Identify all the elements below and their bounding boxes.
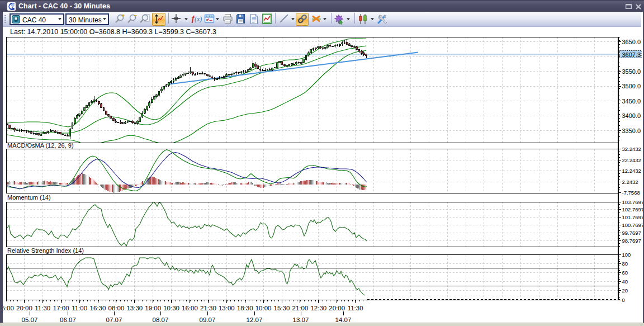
svg-text:06.07: 06.07 <box>60 316 76 323</box>
svg-text:13:00: 13:00 <box>219 305 235 311</box>
svg-text:19:00: 19:00 <box>145 305 161 311</box>
svg-text:40: 40 <box>622 278 628 285</box>
svg-text:09.07: 09.07 <box>200 316 216 323</box>
svg-text:20: 20 <box>622 287 628 294</box>
svg-text:08.07: 08.07 <box>153 316 169 323</box>
svg-text:3450.0: 3450.0 <box>622 98 641 105</box>
svg-text:08:00: 08:00 <box>108 305 125 311</box>
svg-text:17:00: 17:00 <box>53 305 69 311</box>
svg-text:0: 0 <box>622 297 625 303</box>
svg-text:20:00: 20:00 <box>16 305 32 311</box>
svg-text:10:30: 10:30 <box>163 305 179 311</box>
svg-text:3400.0: 3400.0 <box>622 112 641 119</box>
svg-text:-7.7568: -7.7568 <box>622 190 640 196</box>
svg-text:3350.0: 3350.0 <box>622 127 641 134</box>
svg-text:3550.0: 3550.0 <box>622 68 641 75</box>
svg-text:103.7697: 103.7697 <box>622 199 644 205</box>
svg-text:2.2432: 2.2432 <box>622 179 638 185</box>
svg-text:18:30: 18:30 <box>237 305 253 311</box>
svg-text:15:30: 15:30 <box>274 305 290 311</box>
svg-text:MACD/OsMA (12, 26, 9): MACD/OsMA (12, 26, 9) <box>7 142 74 149</box>
svg-text:21:00: 21:00 <box>292 305 309 311</box>
svg-text:11:30: 11:30 <box>348 305 363 311</box>
svg-text:11:00: 11:00 <box>72 305 87 311</box>
svg-text:Relative Strength Index (14): Relative Strength Index (14) <box>7 247 84 254</box>
svg-text:3500.0: 3500.0 <box>622 83 641 89</box>
svg-text:13.07: 13.07 <box>293 316 309 323</box>
svg-text:60: 60 <box>622 270 628 276</box>
svg-text:3607.3: 3607.3 <box>622 51 641 58</box>
svg-text:99.7697: 99.7697 <box>622 230 641 236</box>
svg-text:16:30: 16:30 <box>90 305 106 311</box>
svg-text:05.07: 05.07 <box>22 316 38 323</box>
svg-text:80: 80 <box>622 261 628 267</box>
svg-text:102.7697: 102.7697 <box>622 206 644 212</box>
svg-text:12:30: 12:30 <box>310 305 326 311</box>
svg-text:98.7697: 98.7697 <box>622 238 641 244</box>
svg-text:13:30: 13:30 <box>126 305 143 311</box>
svg-text:10:00: 10:00 <box>255 305 272 311</box>
svg-text:20:00: 20:00 <box>329 305 345 311</box>
svg-text:101.7697: 101.7697 <box>622 214 644 220</box>
svg-text:12.2432: 12.2432 <box>622 168 641 174</box>
svg-text:14.07: 14.07 <box>335 316 352 323</box>
svg-text:07.07: 07.07 <box>106 316 122 323</box>
svg-text:100.7697: 100.7697 <box>622 222 644 228</box>
svg-text:16:00: 16:00 <box>182 305 198 311</box>
svg-text:(x): (x) <box>195 15 202 23</box>
svg-text:3650.0: 3650.0 <box>622 39 641 45</box>
svg-text:21:30: 21:30 <box>200 305 216 311</box>
svg-text:12.07: 12.07 <box>247 316 263 323</box>
svg-text:11:30: 11:30 <box>35 305 50 311</box>
svg-text:22.2432: 22.2432 <box>622 157 641 163</box>
svg-text:32.2432: 32.2432 <box>622 146 641 152</box>
svg-text:100: 100 <box>622 252 631 258</box>
svg-text:Momentum (14): Momentum (14) <box>7 194 51 201</box>
